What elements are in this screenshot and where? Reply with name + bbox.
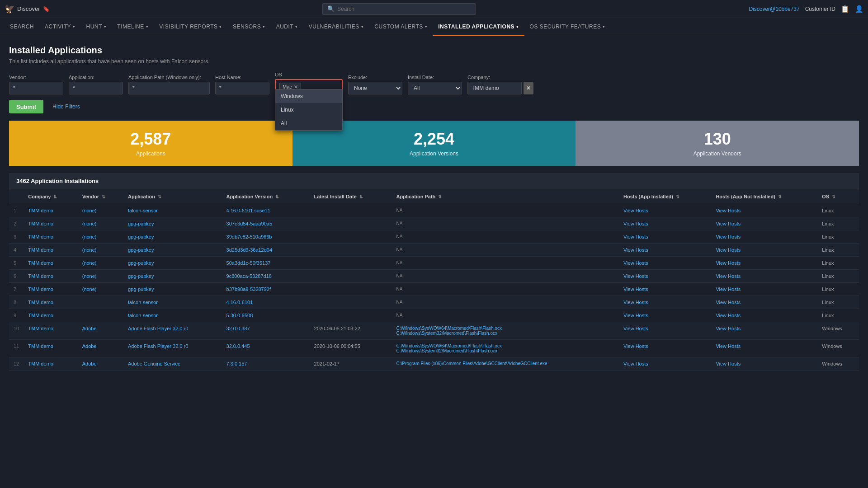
nav-item-hunt[interactable]: HUNT ▾ [81, 18, 112, 36]
app-version-link[interactable]: 7.3.0.157 [226, 361, 247, 366]
company-link[interactable]: TMM demo [28, 313, 53, 318]
install-date-select[interactable]: All [408, 82, 462, 94]
hosts-installed-link[interactable]: View Hosts [623, 343, 648, 349]
company-link[interactable]: TMM demo [28, 361, 53, 366]
hosts-not-installed-link[interactable]: View Hosts [716, 343, 741, 349]
application-link[interactable]: falcon-sensor [128, 313, 158, 318]
hosts-not-installed-link[interactable]: View Hosts [716, 361, 741, 366]
app-version-link[interactable]: 32.0.0.445 [226, 343, 250, 349]
vendor-link[interactable]: (none) [82, 286, 97, 292]
application-link[interactable]: gpg-pubkey [128, 260, 154, 266]
app-version-link[interactable]: 4.16.0-6101 [226, 300, 253, 305]
company-link[interactable]: TMM demo [28, 208, 53, 213]
nav-item-visibility-reports[interactable]: VISIBILITY REPORTS ▾ [154, 18, 227, 36]
hosts-not-installed-link[interactable]: View Hosts [716, 234, 741, 239]
hosts-installed-link[interactable]: View Hosts [623, 247, 648, 253]
company-clear-button[interactable]: ✕ [524, 82, 533, 94]
col-application-path[interactable]: Application Path ⇅ [392, 189, 619, 204]
nav-item-activity[interactable]: ACTIVITY ▾ [39, 18, 81, 36]
app-path-input[interactable] [128, 82, 210, 94]
application-link[interactable]: gpg-pubkey [128, 234, 154, 239]
vendor-link[interactable]: (none) [82, 208, 97, 213]
app-version-link[interactable]: 5.30.0-9508 [226, 313, 253, 318]
nav-item-audit[interactable]: AUDIT ▾ [271, 18, 303, 36]
hostname-input[interactable] [215, 82, 269, 94]
exclude-select[interactable]: None [348, 82, 402, 94]
hosts-not-installed-link[interactable]: View Hosts [716, 247, 741, 253]
application-link[interactable]: gpg-pubkey [128, 273, 154, 279]
application-input[interactable] [69, 82, 123, 94]
nav-item-os-security-features[interactable]: OS SECURITY FEATURES ▾ [524, 18, 611, 36]
application-link[interactable]: Adobe Flash Player 32.0 r0 [128, 326, 188, 331]
hosts-installed-link[interactable]: View Hosts [623, 234, 648, 239]
vendor-input[interactable] [9, 82, 63, 94]
application-link[interactable]: gpg-pubkey [128, 286, 154, 292]
submit-button[interactable]: Submit [9, 100, 43, 113]
app-version-link[interactable]: 3d25d3d9-36a12d04 [226, 247, 273, 253]
company-input[interactable] [467, 82, 522, 94]
application-link[interactable]: falcon-sensor [128, 300, 158, 305]
hosts-installed-link[interactable]: View Hosts [623, 286, 648, 292]
app-version-link[interactable]: 9c800aca-53287d18 [226, 273, 272, 279]
application-link[interactable]: falcon-sensor [128, 208, 158, 213]
hosts-not-installed-link[interactable]: View Hosts [716, 221, 741, 226]
hosts-not-installed-link[interactable]: View Hosts [716, 260, 741, 266]
hosts-installed-link[interactable]: View Hosts [623, 208, 648, 213]
customer-id[interactable]: Customer ID [805, 6, 835, 12]
company-link[interactable]: TMM demo [28, 326, 53, 331]
company-link[interactable]: TMM demo [28, 260, 53, 266]
nav-item-search[interactable]: SEARCH [5, 18, 39, 36]
application-link[interactable]: gpg-pubkey [128, 221, 154, 226]
messages-icon[interactable]: 📋 [841, 5, 849, 13]
hosts-not-installed-link[interactable]: View Hosts [716, 326, 741, 331]
os-option-all[interactable]: All [275, 117, 342, 130]
col-hosts-not-installed[interactable]: Hosts (App Not Installed) ⇅ [711, 189, 817, 204]
vendor-link[interactable]: (none) [82, 221, 97, 226]
hosts-not-installed-link[interactable]: View Hosts [716, 273, 741, 279]
company-link[interactable]: TMM demo [28, 273, 53, 279]
app-version-link[interactable]: 307e3d54-5aaa90a5 [226, 221, 273, 226]
nav-item-vulnerabilities[interactable]: VULNERABILITIES ▾ [303, 18, 369, 36]
hosts-installed-link[interactable]: View Hosts [623, 260, 648, 266]
nav-item-installed-applications[interactable]: INSTALLED APPLICATIONS ▾ [433, 18, 524, 36]
nav-item-custom-alerts[interactable]: CUSTOM ALERTS ▾ [369, 18, 433, 36]
os-option-linux[interactable]: Linux [275, 103, 342, 117]
hide-filters-link[interactable]: Hide Filters [52, 103, 80, 110]
app-version-link[interactable]: 32.0.0.387 [226, 326, 250, 331]
hosts-not-installed-link[interactable]: View Hosts [716, 313, 741, 318]
hosts-installed-link[interactable]: View Hosts [623, 273, 648, 279]
col-app-version[interactable]: Application Version ⇅ [222, 189, 310, 204]
hosts-installed-link[interactable]: View Hosts [623, 361, 648, 366]
application-link[interactable]: Adobe Flash Player 32.0 r0 [128, 343, 188, 349]
user-icon[interactable]: 👤 [855, 5, 863, 13]
vendor-link[interactable]: (none) [82, 273, 97, 279]
company-link[interactable]: TMM demo [28, 286, 53, 292]
hosts-not-installed-link[interactable]: View Hosts [716, 300, 741, 305]
col-hosts-installed[interactable]: Hosts (App Installed) ⇅ [619, 189, 711, 204]
application-link[interactable]: gpg-pubkey [128, 247, 154, 253]
app-version-link[interactable]: 4.16.0-6101.suse11 [226, 208, 270, 213]
vendor-link[interactable]: Adobe [82, 343, 97, 349]
col-latest-install-date[interactable]: Latest Install Date ⇅ [310, 189, 392, 204]
application-link[interactable]: Adobe Genuine Service [128, 361, 180, 366]
nav-item-timeline[interactable]: TIMELINE ▾ [112, 18, 154, 36]
search-input[interactable] [337, 6, 471, 12]
hosts-installed-link[interactable]: View Hosts [623, 221, 648, 226]
col-company[interactable]: Company ⇅ [24, 189, 77, 204]
app-version-link[interactable]: b37b98a9-5328792f [226, 286, 271, 292]
hosts-not-installed-link[interactable]: View Hosts [716, 286, 741, 292]
vendor-link[interactable]: (none) [82, 260, 97, 266]
hosts-installed-link[interactable]: View Hosts [623, 313, 648, 318]
app-version-link[interactable]: 39db7c82-510a966b [226, 234, 272, 239]
vendor-link[interactable]: Adobe [82, 326, 97, 331]
col-vendor[interactable]: Vendor ⇅ [78, 189, 123, 204]
vendor-link[interactable]: Adobe [82, 361, 97, 366]
company-link[interactable]: TMM demo [28, 300, 53, 305]
app-version-link[interactable]: 50a3dd1c-50f35137 [226, 260, 271, 266]
vendor-link[interactable]: (none) [82, 247, 97, 253]
company-link[interactable]: TMM demo [28, 234, 53, 239]
os-option-windows[interactable]: Windows [275, 89, 342, 103]
hosts-not-installed-link[interactable]: View Hosts [716, 208, 741, 213]
company-link[interactable]: TMM demo [28, 247, 53, 253]
hosts-installed-link[interactable]: View Hosts [623, 326, 648, 331]
